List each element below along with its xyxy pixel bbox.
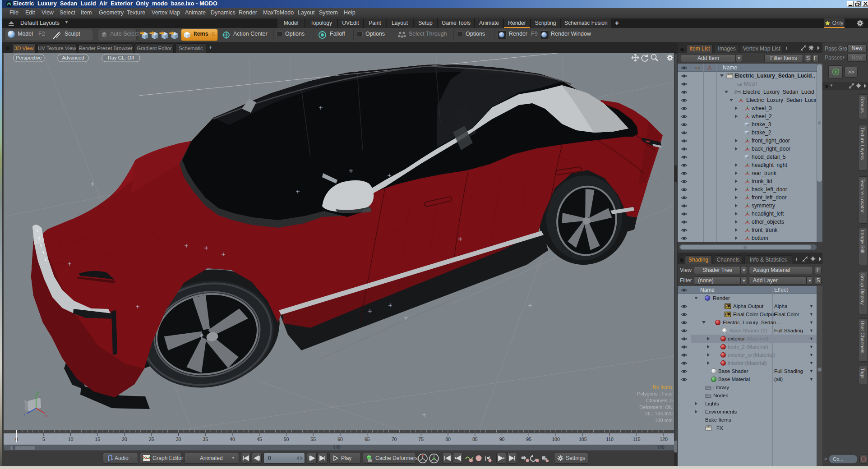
svg-text:70: 70 [392, 437, 397, 442]
svg-text:20: 20 [122, 437, 127, 442]
svg-text:55: 55 [310, 437, 316, 442]
svg-text:100: 100 [552, 437, 560, 442]
svg-text:Perspective: Perspective [16, 55, 42, 60]
svg-text:No Items: No Items [653, 384, 673, 390]
svg-text:Channels: 0: Channels: 0 [646, 398, 673, 403]
svg-text:GL: 184,620: GL: 184,620 [645, 411, 673, 416]
svg-text:45: 45 [257, 437, 262, 442]
svg-text:Deformers: ON: Deformers: ON [639, 405, 673, 410]
svg-text:40: 40 [230, 437, 235, 442]
svg-text:90: 90 [499, 437, 505, 442]
svg-text:35: 35 [203, 437, 208, 442]
svg-text:65: 65 [365, 437, 370, 442]
svg-text:120: 120 [660, 437, 668, 442]
svg-text:Ray GL: Off: Ray GL: Off [108, 55, 134, 60]
svg-text:115: 115 [633, 437, 641, 442]
svg-text:Advanced: Advanced [62, 55, 84, 60]
svg-text:25: 25 [149, 437, 154, 442]
svg-text:95: 95 [526, 437, 531, 442]
svg-text:Polygons : Face: Polygons : Face [637, 391, 673, 396]
svg-text:15: 15 [95, 437, 100, 442]
svg-text:100 mm: 100 mm [655, 418, 673, 423]
svg-text:110: 110 [606, 437, 614, 442]
svg-text:50: 50 [284, 437, 289, 442]
svg-text:75: 75 [418, 437, 424, 442]
svg-text:30: 30 [176, 437, 181, 442]
svg-text:10: 10 [68, 437, 74, 442]
svg-text:z: z [23, 413, 26, 417]
svg-text:80: 80 [445, 437, 451, 442]
svg-text:y: y [37, 390, 39, 395]
svg-text:85: 85 [472, 437, 478, 442]
svg-text:x: x [45, 414, 47, 418]
svg-text:5: 5 [42, 437, 45, 442]
svg-text:105: 105 [579, 437, 587, 442]
svg-text:60: 60 [337, 437, 343, 442]
